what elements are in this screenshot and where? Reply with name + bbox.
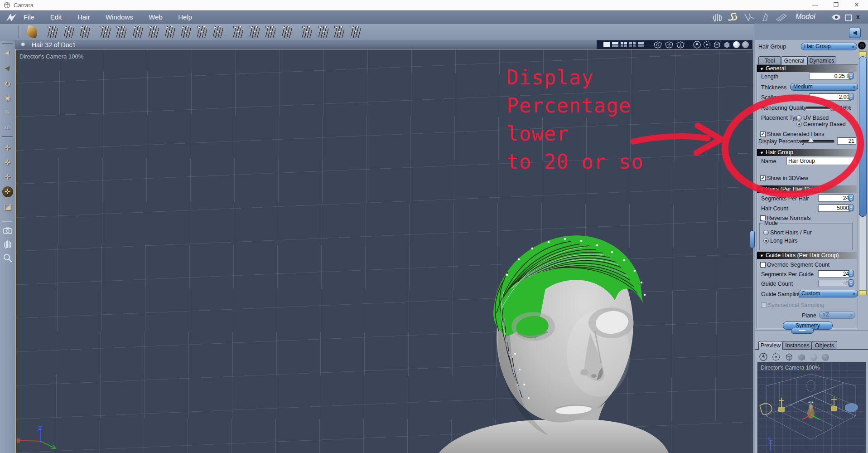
menu-windows[interactable]: Windows (106, 13, 133, 21)
zoom-magnifier-tool-icon[interactable] (3, 253, 12, 263)
remove-hair-tool-icon[interactable] (64, 26, 74, 38)
select-arrow-tool-icon[interactable]: ➤ (0, 44, 15, 62)
link-tool-icon[interactable]: ∞ (0, 124, 15, 132)
universal-manipulator-tool-icon[interactable]: ✛ (0, 186, 15, 197)
tab-tool[interactable]: Tool (758, 56, 781, 65)
wireframe-mode-icon[interactable] (713, 41, 721, 49)
hair-tool-icon-19[interactable] (334, 26, 344, 38)
flat-shading-mode-icon[interactable] (723, 41, 731, 49)
visibility-eye-icon[interactable] (832, 14, 841, 20)
layout-four-pane-icon[interactable] (621, 42, 627, 47)
hair-tool-icon-13[interactable] (233, 26, 243, 38)
name-field[interactable]: Hair Group (786, 157, 856, 165)
camera-projection-icon-3[interactable] (676, 41, 685, 49)
scrollbar-thumb[interactable] (859, 56, 867, 217)
drawing-mode-up-axis-icon[interactable] (693, 41, 701, 49)
hair-tool-icon-06[interactable] (116, 26, 126, 38)
translate-xz-tool-icon[interactable]: ✜ (0, 158, 15, 167)
close-panel-x-icon[interactable]: x (856, 13, 860, 20)
hair-tool-icon-09[interactable] (165, 26, 175, 38)
scaling-stepper[interactable]: ▲▼ (849, 93, 854, 100)
layout-two-pane-icon[interactable] (612, 42, 618, 47)
layout-single-pane-icon[interactable] (603, 42, 610, 47)
camera-tool-icon[interactable] (3, 227, 12, 234)
panel-splitter-handle[interactable] (750, 230, 755, 248)
hair-tool-icon-10[interactable] (181, 26, 191, 38)
hair-brush-tool-icon[interactable] (26, 25, 38, 39)
menu-web[interactable]: Web (149, 13, 163, 21)
camera-projection-icon-1[interactable] (653, 41, 662, 49)
menu-file[interactable]: File (24, 13, 34, 21)
preview-smooth-shading-icon[interactable] (810, 354, 817, 361)
slider-triangle-thumb[interactable] (808, 138, 814, 142)
segments-per-guide-stepper[interactable]: ▲▼ (849, 270, 854, 277)
restore-icon[interactable]: ❐ (829, 1, 843, 8)
show-generated-hairs-checkbox[interactable]: ✓ (760, 132, 766, 137)
hair-room-icon-active[interactable] (727, 12, 739, 22)
preview-up-axis-icon[interactable] (759, 353, 767, 361)
pan-hand-tool-icon[interactable] (3, 240, 12, 249)
hair-tool-icon-07[interactable] (133, 26, 143, 38)
viewport-menu-dot-icon[interactable] (21, 43, 25, 46)
preview-splitter-handle[interactable] (791, 328, 814, 334)
preview-mini-viewport[interactable]: Director's Camera 100% (757, 362, 866, 453)
section-header-hairs[interactable]: ▼Hairs (Per Hair Group) (757, 185, 857, 193)
menu-hair[interactable]: Hair (77, 13, 90, 21)
section-header-guide-hairs[interactable]: ▼Guide Hairs (Per Hair Group) (757, 252, 857, 259)
tab-instances[interactable]: Instances (783, 341, 812, 350)
length-field[interactable]: 0.25 ft (809, 73, 851, 80)
guide-sampling-dropdown[interactable]: Custom» (798, 290, 858, 297)
drawing-mode-rotate-icon[interactable] (703, 41, 711, 49)
override-segment-count-checkbox[interactable] (760, 262, 766, 268)
hair-tool-icon-17[interactable] (302, 26, 312, 38)
menu-edit[interactable]: Edit (50, 13, 62, 21)
hair-count-stepper[interactable]: ▲▼ (849, 204, 854, 211)
minimize-icon[interactable]: — (808, 1, 822, 8)
tab-general[interactable]: General (781, 56, 807, 65)
hair-tool-icon-05[interactable] (101, 26, 111, 38)
geometry-based-radio[interactable] (796, 122, 802, 127)
preview-wireframe-icon[interactable] (785, 353, 793, 361)
preview-rotate-icon[interactable] (772, 353, 780, 361)
textured-shading-mode-icon[interactable] (742, 41, 749, 48)
hair-count-field[interactable]: 5000 (818, 205, 851, 212)
box-corner-tool-icon[interactable]: ◪ (0, 202, 15, 212)
display-percentage-field[interactable]: 21 (837, 137, 856, 145)
close-icon[interactable]: ✕ (850, 1, 863, 8)
thickness-dropdown[interactable]: Medium» (790, 83, 858, 91)
scale-tool-icon[interactable]: ◉ (0, 94, 15, 102)
tab-preview[interactable]: Preview (758, 341, 783, 350)
scaling-field[interactable]: 2.00 (809, 93, 851, 101)
hair-tool-icon-15[interactable] (265, 26, 275, 38)
hair-tool-icon-16[interactable] (282, 26, 292, 38)
hair-tool-icon-18[interactable] (318, 26, 328, 38)
long-hairs-radio[interactable] (763, 238, 769, 244)
uv-based-radio[interactable] (796, 115, 802, 121)
tab-objects[interactable]: Objects (812, 341, 837, 350)
model-room-icon[interactable] (759, 12, 772, 22)
preview-flat-shading-icon[interactable] (798, 354, 805, 361)
smooth-shading-mode-icon-active[interactable] (733, 41, 740, 48)
layout-l-split-icon[interactable] (638, 42, 644, 47)
section-header-general[interactable]: ▼General (757, 65, 857, 72)
direct-select-tool-icon[interactable]: ➤ (0, 60, 15, 77)
tab-dynamics[interactable]: Dynamics (807, 56, 836, 65)
display-percentage-slider[interactable] (801, 140, 834, 143)
add-hair-tool-icon[interactable] (48, 26, 58, 38)
length-stepper[interactable]: ▲▼ (849, 72, 854, 79)
translate-xy-tool-icon[interactable]: ✛ (0, 144, 15, 152)
delete-hair-group-trash-icon[interactable] (858, 41, 866, 50)
hair-tool-icon-11[interactable] (197, 26, 207, 38)
scrollbar-bottom-cap[interactable] (859, 290, 867, 295)
hair-tool-icon-08[interactable] (149, 26, 159, 38)
hair-tool-icon-12[interactable] (213, 26, 223, 38)
hair-tool-icon-20[interactable] (351, 26, 361, 38)
guide-count-stepper[interactable]: ▲▼ (849, 279, 854, 287)
section-header-hair-group[interactable]: ▼Hair Group (757, 149, 857, 156)
render-room-icon[interactable] (775, 12, 787, 22)
hair-group-dropdown[interactable]: Hair Group » (801, 43, 857, 50)
eyedropper-tool-icon[interactable]: ✎ (0, 108, 15, 117)
translate-y-tool-icon[interactable]: ✛ (0, 173, 15, 181)
layout-grid-icon[interactable] (629, 42, 636, 47)
preview-textured-shading-icon[interactable] (822, 354, 829, 361)
